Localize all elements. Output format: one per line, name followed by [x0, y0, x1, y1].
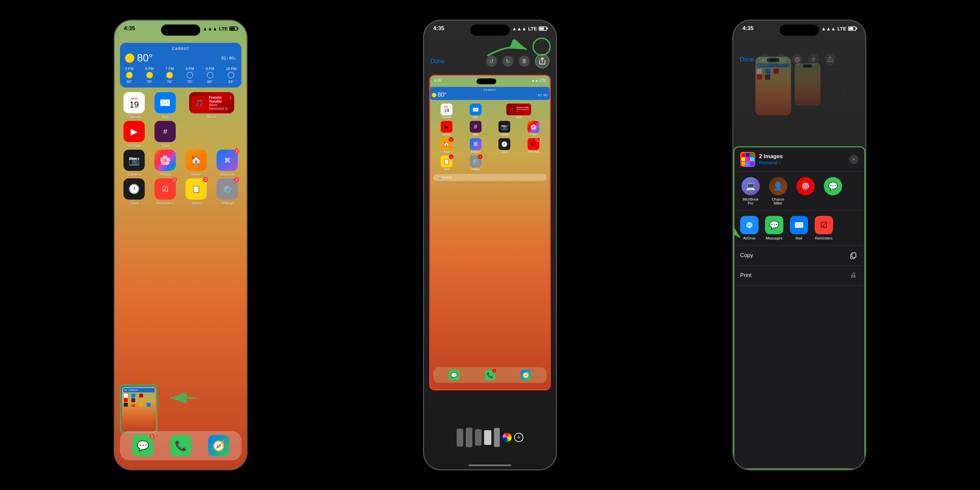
preview-app-mail: ✉️ Mail	[462, 103, 489, 118]
moon-icon-9pm	[207, 72, 213, 78]
weather-hour-3: 8 PM 70°	[186, 67, 194, 84]
airdrop-label: AirDrop	[743, 236, 755, 240]
preview-app-camera: 📷 Camera	[491, 121, 518, 135]
weather-hour-2: 7 PM 74°	[165, 67, 174, 84]
app-item-shortcuts[interactable]: ⌘ 2 Shortcuts	[213, 150, 242, 177]
sun-icon-5pm	[126, 72, 133, 78]
app-item-mail[interactable]: ✉️ Mail	[151, 92, 179, 119]
tool-marker[interactable]	[475, 429, 482, 445]
preview-app-clock: 🕐 Clock	[491, 138, 518, 153]
contact-chance[interactable]: 👤 ChanceMiller	[768, 177, 789, 205]
done-button-3[interactable]: Done	[740, 56, 754, 63]
arrow-3-svg	[732, 195, 743, 244]
share-button-3[interactable]	[824, 54, 835, 65]
share-close-button[interactable]: ×	[850, 155, 859, 164]
preview-app-shortcuts: ⌘ shortcuts	[462, 138, 489, 153]
svg-rect-5	[852, 253, 856, 258]
contact-messages[interactable]: 💬	[822, 177, 843, 205]
app-grid-2: ▶ YouTube # Slack	[115, 121, 247, 148]
arrow-1-container	[167, 391, 200, 406]
preview-app-cal: MON19 Calendar	[433, 103, 460, 118]
target-avatar: 🎯	[796, 177, 815, 195]
dock-phone-icon[interactable]: 📞	[170, 435, 191, 457]
share-button-2[interactable]	[535, 54, 549, 68]
messages-badge: 1	[150, 434, 155, 439]
compass-button[interactable]: 🧭	[792, 54, 803, 65]
reminders-share-icon: ☑	[815, 216, 833, 234]
preview-app-slack: # Slack	[462, 121, 489, 135]
time-2: 4:35	[433, 25, 444, 32]
reminders-share-label: Reminders	[815, 236, 832, 240]
trash-button-3[interactable]: 🗑	[808, 54, 819, 65]
dock-messages-icon[interactable]: 💬 1	[132, 435, 154, 457]
calendar-icon: MON 19	[124, 92, 145, 113]
network-2: LTE	[528, 26, 537, 31]
mail-icon: ✉️	[154, 92, 176, 113]
time-1: 4:35	[124, 25, 135, 32]
app-item-music[interactable]: 🎵 Francis Trouble Albert Hammond Jr. ♪ M…	[182, 92, 242, 119]
preview-dock-safari: 🧭	[521, 370, 531, 380]
rename-button[interactable]: Rename ›	[759, 160, 847, 165]
photos-icon: 🌸	[154, 150, 176, 171]
app-label-reminders: Reminders	[156, 201, 174, 205]
preview-apps: MON19 Calendar ✉️ Mail 🎵 Francis Trouble	[430, 102, 550, 172]
shortcuts-icon: ⌘ 2	[216, 150, 238, 171]
messages-share-label: Messages	[766, 236, 783, 240]
home-icon: 🏠	[186, 150, 207, 171]
app-item-clock[interactable]: 🕐 Clock	[120, 178, 148, 205]
app-item-notes[interactable]: 📋 2 Notes	[182, 178, 210, 205]
app-label-calendar: Calendar	[127, 115, 142, 119]
done-button-2[interactable]: Done	[431, 58, 445, 65]
app-item-empty1	[182, 121, 210, 148]
slack-icon: #	[154, 121, 176, 142]
color-picker[interactable]	[503, 433, 512, 442]
michbook-avatar: 💻	[741, 177, 760, 195]
screenshot-preview: 4:35 ▲▲ LTE CARROT 80° 81↑ 60↓	[429, 75, 551, 390]
tool-ruler[interactable]	[494, 428, 500, 447]
home-indicator-2	[469, 465, 511, 466]
preview-app-music: 🎵 Francis Trouble Albert Hammond Jr. Mus…	[491, 103, 547, 118]
settings-badge: 2	[234, 177, 239, 182]
tool-eraser[interactable]	[484, 430, 491, 445]
youtube-icon: ▶	[124, 121, 145, 142]
dynamic-island-2	[470, 24, 510, 36]
print-action-row[interactable]: Print 🖨	[734, 266, 864, 285]
preview-app-notes: 📋 2 Notes	[433, 156, 460, 170]
copy-action-row[interactable]: Copy	[734, 246, 864, 266]
app-item-calendar[interactable]: MON 19 Calendar	[120, 92, 148, 119]
share-reminders[interactable]: ☑ Reminders	[815, 216, 833, 240]
notes-icon: 📋 2	[186, 178, 207, 200]
shortcuts-badge: 2	[234, 148, 239, 154]
app-item-photos[interactable]: 🌸 Photos	[151, 150, 179, 177]
redo-button-3[interactable]: ↻	[775, 54, 787, 65]
tool-pencil[interactable]	[457, 429, 463, 447]
app-item-camera[interactable]: 📷 Camera	[120, 150, 148, 177]
weather-widget: CARROT 80° 81↑ 60↓ 5 PM 80° 6 PM	[120, 43, 242, 88]
app-item-youtube[interactable]: ▶ YouTube	[120, 121, 148, 148]
contact-michbook[interactable]: 💻 MichBookPro	[740, 177, 761, 205]
arrow-2-svg	[484, 40, 530, 59]
mini-app-grid	[123, 393, 154, 407]
add-tool-button[interactable]: +	[514, 433, 523, 442]
time-3: 4:35	[743, 25, 754, 32]
copy-label: Copy	[740, 252, 848, 259]
tool-pen[interactable]	[466, 428, 473, 447]
dock-safari-icon[interactable]: 🧭	[208, 435, 229, 457]
preview-sun	[432, 93, 436, 97]
app-label-mail: Mail	[162, 115, 169, 119]
share-messages[interactable]: 💬 Messages	[765, 216, 783, 240]
screenshot-thumbnail: 80° CARROT	[120, 385, 158, 433]
preview-app-yt: ▶ YouTube	[433, 121, 460, 135]
app-item-slack[interactable]: # Slack	[151, 121, 179, 148]
share-mail[interactable]: ✉️ Mail	[790, 216, 808, 240]
share-edit-toolbar: Done ↺ ↻ 🧭 🗑	[733, 34, 865, 69]
app-item-home[interactable]: 🏠 Home	[182, 150, 210, 177]
screenshot-thumb-inner: 80° CARROT	[122, 387, 156, 431]
app-item-reminders[interactable]: ☑ 2 Reminders	[151, 178, 179, 205]
reminders-icon: ☑ 2	[154, 178, 176, 200]
contact-target[interactable]: 🎯	[795, 177, 816, 205]
undo-button-3[interactable]: ↺	[759, 54, 770, 65]
preview-app-settings: ⚙️ 2 Settings	[462, 156, 489, 170]
app-item-settings[interactable]: ⚙️ 2 Settings	[213, 178, 242, 205]
weather-temp: 80°	[137, 52, 153, 64]
